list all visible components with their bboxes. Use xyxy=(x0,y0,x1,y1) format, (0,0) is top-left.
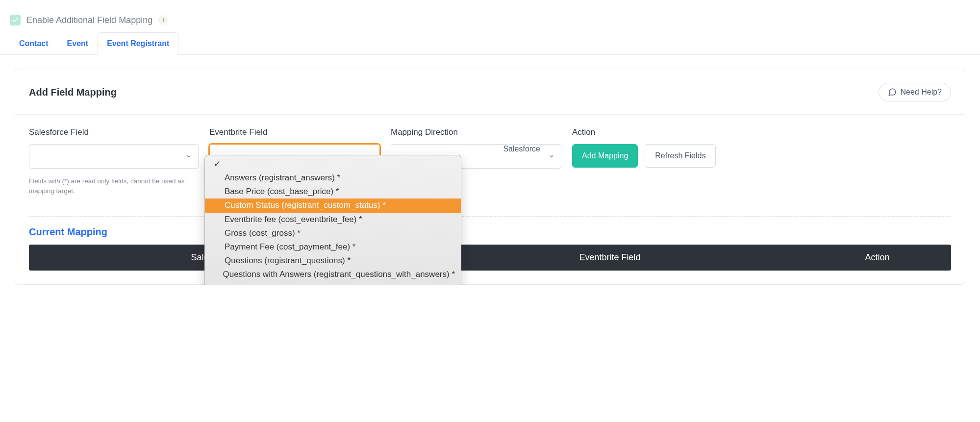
tab-contact[interactable]: Contact xyxy=(10,32,58,54)
dropdown-option[interactable]: Eventbrite fee (cost_eventbrite_fee) * xyxy=(205,213,461,226)
dropdown-option[interactable]: Custom Status (registrant_custom_status)… xyxy=(205,199,461,212)
dropdown-option[interactable]: Tax (cost_tax) * xyxy=(205,281,461,284)
salesforce-helper-text: Fields with (*) are read only fields, ca… xyxy=(29,176,199,197)
add-mapping-button[interactable]: Add Mapping xyxy=(572,144,638,168)
eventbrite-field-label: Eventbrite Field xyxy=(209,127,380,137)
mapping-direction-label: Mapping Direction xyxy=(391,127,561,137)
dropdown-option[interactable]: Questions with Answers (registrant_quest… xyxy=(205,268,461,281)
enable-mapping-label: Enable Additional Field Mapping xyxy=(26,15,152,25)
chat-icon xyxy=(888,88,897,97)
dropdown-option[interactable]: Questions (registrant_questions) * xyxy=(205,254,461,268)
salesforce-field-label: Salesforce Field xyxy=(29,127,199,137)
eventbrite-field-dropdown[interactable]: ✓ Answers (registrant_answers) *Base Pri… xyxy=(204,155,461,285)
info-icon[interactable]: i xyxy=(158,15,168,25)
card-title: Add Field Mapping xyxy=(29,87,117,98)
tabs: Contact Event Event Registrant xyxy=(0,32,980,55)
mapping-card: Add Field Mapping Need Help? ✓ Answers (… xyxy=(15,69,965,285)
dropdown-option[interactable]: Gross (cost_gross) * xyxy=(205,226,461,240)
dropdown-option[interactable]: Base Price (cost_base_price) * xyxy=(205,185,461,199)
action-label: Action xyxy=(572,127,951,137)
dropdown-option-blank[interactable]: ✓ xyxy=(205,157,461,171)
salesforce-field-select[interactable] xyxy=(29,144,199,169)
tab-event-registrant[interactable]: Event Registrant xyxy=(98,32,178,55)
enable-mapping-checkbox[interactable] xyxy=(10,15,21,25)
current-mapping-title: Current Mapping xyxy=(29,221,951,245)
current-mapping-table: Salesforce Field Eventbrite Field Action xyxy=(29,245,951,271)
refresh-fields-button[interactable]: Refresh Fields xyxy=(645,144,716,168)
tab-event[interactable]: Event xyxy=(58,32,98,54)
need-help-label: Need Help? xyxy=(901,88,942,97)
dropdown-option[interactable]: Payment Fee (cost_payment_fee) * xyxy=(205,240,461,254)
need-help-button[interactable]: Need Help? xyxy=(879,83,952,101)
dropdown-option[interactable]: Answers (registrant_answers) * xyxy=(205,171,461,185)
table-header-eventbrite: Eventbrite Field xyxy=(416,245,804,271)
table-header-action: Action xyxy=(804,245,951,271)
